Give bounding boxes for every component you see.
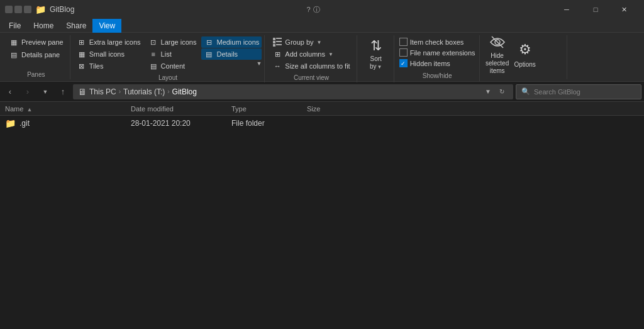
hide-selected-label: Hide selected items — [486, 52, 509, 75]
large-icons-btn[interactable]: ⊡ Large icons — [146, 36, 199, 48]
file-name-extensions-checkbox[interactable] — [399, 48, 408, 57]
path-tutorials[interactable]: Tutorials (T:) — [123, 87, 165, 96]
recent-locations-btn[interactable]: ▼ — [38, 84, 53, 99]
details-pane-btn[interactable]: ▤ Details pane — [6, 49, 66, 60]
medium-icons-btn[interactable]: ⊟ Medium icons — [201, 36, 262, 48]
menu-share[interactable]: Share — [60, 19, 92, 33]
options-icon: ⚙ — [515, 40, 535, 60]
layout-label: Layout — [74, 72, 262, 81]
back-button[interactable]: ‹ — [3, 84, 18, 99]
path-this-pc[interactable]: This PC — [89, 87, 116, 96]
maximize-button[interactable]: □ — [581, 0, 610, 19]
options-btn[interactable]: ⚙ Options — [513, 36, 538, 72]
path-dropdown-btn[interactable]: ▼ — [482, 86, 494, 98]
file-cell-type: File folder — [229, 119, 304, 128]
hidden-items-checkbox[interactable]: ✓ — [399, 59, 408, 67]
small-icons-btn[interactable]: ▦ Small icons — [74, 48, 143, 60]
add-columns-btn[interactable]: ⊞ Add columns ▼ — [270, 48, 352, 60]
sort-by-icon: ⇅ — [366, 38, 386, 54]
dot-3 — [24, 6, 31, 13]
item-check-boxes-row[interactable]: Item check boxes — [399, 38, 475, 46]
add-columns-icon: ⊞ — [272, 49, 282, 59]
minimize-button[interactable]: ─ — [552, 0, 581, 19]
col-header-size[interactable]: Size — [304, 105, 355, 113]
file-name-extensions-label: File name extensions — [410, 49, 475, 57]
panes-group: ▦ Preview pane ▤ Details pane Panes — [3, 35, 70, 79]
close-button[interactable]: ✕ — [610, 0, 639, 19]
content-btn[interactable]: ▤ Content — [146, 60, 199, 72]
layout-dropdown-arrow[interactable]: ▼ — [256, 60, 262, 67]
list-icon: ≡ — [148, 49, 158, 59]
title-bar-controls: ─ □ ✕ — [552, 0, 639, 19]
col-name-label: Name — [5, 105, 23, 113]
item-check-boxes-checkbox[interactable] — [399, 38, 408, 46]
group-by-btn[interactable]: Group by ▼ — [270, 36, 352, 48]
tiles-btn[interactable]: ⊠ Tiles — [74, 60, 143, 72]
search-placeholder: Search GitBlog — [534, 88, 580, 96]
menu-view[interactable]: View — [92, 19, 121, 33]
preview-pane-label: Preview pane — [21, 38, 64, 46]
column-headers: Name ▲ Date modified Type Size — [0, 102, 644, 116]
size-all-label: Size all columns to fit — [285, 62, 350, 70]
col-name-sort-arrow: ▲ — [26, 106, 32, 113]
col-header-date[interactable]: Date modified — [128, 105, 229, 113]
extra-large-icons-btn[interactable]: ⊞ Extra large icons — [74, 36, 143, 48]
menu-home[interactable]: Home — [27, 19, 60, 33]
content-icon: ▤ — [148, 61, 158, 71]
show-hide-label: Show/hide — [399, 70, 475, 79]
search-icon: 🔍 — [521, 87, 530, 96]
svg-rect-1 — [276, 38, 282, 39]
file-name-extensions-row[interactable]: File name extensions — [399, 48, 475, 57]
address-path[interactable]: 🖥 This PC › Tutorials (T:) › GitBlog ▼ ↻ — [73, 84, 513, 99]
sort-by-btn[interactable]: ⇅ Sortby▼ — [362, 36, 390, 72]
title-bar-help: ? ⓘ — [307, 5, 320, 14]
help-icon[interactable]: ? — [307, 6, 311, 13]
path-gitblog[interactable]: GitBlog — [172, 87, 197, 96]
dot-2 — [14, 6, 22, 13]
col-date-label: Date modified — [131, 105, 174, 113]
tiles-label: Tiles — [89, 62, 104, 70]
small-icons-label: Small icons — [89, 50, 125, 58]
medium-icons-icon: ⊟ — [204, 37, 214, 47]
path-refresh-btn[interactable]: ↻ — [496, 86, 508, 98]
menu-bar: File Home Share View — [0, 19, 644, 33]
current-view-group: Group by ▼ ⊞ Add columns ▼ ↔ Size all co… — [266, 35, 357, 82]
file-area: Name ▲ Date modified Type Size 📁 .git 28… — [0, 102, 644, 329]
layout-col-1: ⊞ Extra large icons ▦ Small icons ⊠ Tile… — [74, 36, 143, 72]
size-all-btn[interactable]: ↔ Size all columns to fit — [270, 60, 352, 72]
hide-selected-btn[interactable]: Hide selected items — [485, 36, 510, 72]
layout-group: ⊞ Extra large icons ▦ Small icons ⊠ Tile… — [72, 35, 265, 82]
hide-selected-icon — [487, 33, 508, 51]
svg-rect-0 — [273, 38, 275, 40]
path-arrow-1: › — [119, 88, 121, 95]
info-icon[interactable]: ⓘ — [313, 5, 320, 14]
group-by-icon — [272, 37, 282, 47]
group-by-dropdown: ▼ — [317, 40, 322, 45]
current-view-col: Group by ▼ ⊞ Add columns ▼ ↔ Size all co… — [270, 36, 352, 72]
col-size-label: Size — [307, 105, 320, 113]
col-header-type[interactable]: Type — [229, 105, 304, 113]
menu-file[interactable]: File — [3, 19, 27, 33]
file-cell-name: 📁 .git — [3, 118, 128, 128]
show-hide-group: Item check boxes File name extensions ✓ … — [396, 35, 480, 82]
details-icon: ▤ — [204, 49, 214, 59]
title-bar-icon: 📁 — [35, 4, 46, 14]
col-header-name[interactable]: Name ▲ — [3, 105, 128, 113]
preview-pane-btn[interactable]: ▦ Preview pane — [6, 36, 66, 48]
up-button[interactable]: ↑ — [55, 84, 70, 99]
title-bar: 📁 GitBlog ? ⓘ ─ □ ✕ — [0, 0, 644, 19]
address-bar: ‹ › ▼ ↑ 🖥 This PC › Tutorials (T:) › Git… — [0, 82, 644, 102]
search-box[interactable]: 🔍 Search GitBlog — [516, 84, 641, 99]
current-view-content: Group by ▼ ⊞ Add columns ▼ ↔ Size all co… — [270, 36, 352, 72]
hidden-items-row[interactable]: ✓ Hidden items — [399, 59, 475, 67]
size-all-icon: ↔ — [272, 61, 282, 71]
table-row[interactable]: 📁 .git 28-01-2021 20:20 File folder — [0, 116, 644, 131]
details-btn[interactable]: ▤ Details — [201, 48, 262, 60]
file-name-text: .git — [19, 119, 30, 128]
list-btn[interactable]: ≡ List — [146, 48, 199, 60]
sort-group: ⇅ Sortby▼ Sort — [358, 35, 394, 82]
dot-1 — [5, 6, 13, 13]
title-bar-dots — [5, 6, 31, 13]
file-list: Name ▲ Date modified Type Size 📁 .git 28… — [0, 102, 644, 329]
content-label: Content — [161, 62, 186, 70]
